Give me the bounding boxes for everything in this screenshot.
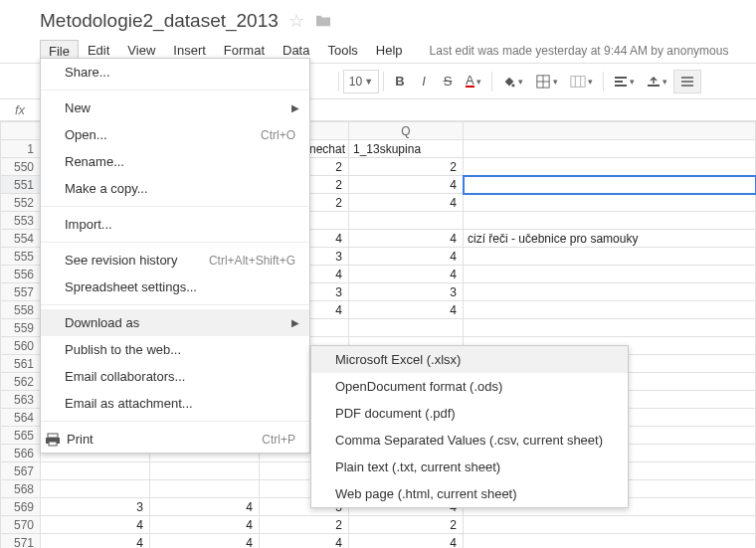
cell[interactable] xyxy=(464,248,756,266)
menuitem-share[interactable]: Share... xyxy=(41,59,309,86)
row-header[interactable]: 1 xyxy=(1,140,41,158)
cell[interactable]: 4 xyxy=(349,301,464,319)
menuitem-download-csv[interactable]: Comma Separated Values (.csv, current sh… xyxy=(311,427,628,454)
document-title[interactable]: Metodologie2_dataset_2013 xyxy=(40,10,279,32)
menu-tools[interactable]: Tools xyxy=(318,39,366,62)
cell[interactable]: 4 xyxy=(349,266,464,283)
row-header[interactable]: 553 xyxy=(1,212,41,230)
menuitem-download-as[interactable]: Download as▶ xyxy=(41,309,309,336)
row-header[interactable]: 566 xyxy=(1,445,41,462)
menuitem-download-txt[interactable]: Plain text (.txt, current sheet) xyxy=(311,454,628,480)
row-header[interactable]: 558 xyxy=(1,301,41,319)
menuitem-download-html[interactable]: Web page (.html, current sheet) xyxy=(311,480,628,507)
cell[interactable]: 4 xyxy=(150,498,260,516)
cell[interactable]: 3 xyxy=(349,283,464,301)
menuitem-spreadsheet-settings[interactable]: Spreadsheet settings... xyxy=(41,274,309,300)
cell[interactable] xyxy=(464,194,756,212)
row-header[interactable]: 554 xyxy=(1,230,41,248)
cell[interactable] xyxy=(349,319,464,337)
star-icon[interactable]: ☆ xyxy=(288,10,304,32)
menuitem-publish-web[interactable]: Publish to the web... xyxy=(41,336,309,363)
cell[interactable] xyxy=(41,462,150,480)
strikethrough-button[interactable]: S xyxy=(436,70,460,93)
cell[interactable] xyxy=(464,301,756,319)
cell[interactable] xyxy=(464,176,756,194)
cell[interactable]: 4 xyxy=(349,230,464,248)
menuitem-email-collaborators[interactable]: Email collaborators... xyxy=(41,363,309,390)
cell[interactable]: 4 xyxy=(349,194,464,212)
cell[interactable]: 4 xyxy=(349,248,464,266)
cell[interactable]: 4 xyxy=(41,534,150,549)
menuitem-download-xlsx[interactable]: Microsoft Excel (.xlsx) xyxy=(311,346,628,373)
menuitem-revision-history[interactable]: See revision historyCtrl+Alt+Shift+G xyxy=(41,247,309,274)
menuitem-open[interactable]: Open...Ctrl+O xyxy=(41,121,309,148)
row-header[interactable]: 562 xyxy=(1,373,41,391)
menuitem-new[interactable]: New▶ xyxy=(41,94,309,121)
cell[interactable]: 4 xyxy=(349,176,464,194)
cell[interactable] xyxy=(150,462,260,480)
cell[interactable]: 4 xyxy=(150,534,260,549)
cell[interactable]: 2 xyxy=(260,516,349,534)
cell[interactable]: 4 xyxy=(41,516,150,534)
menuitem-email-attachment[interactable]: Email as attachment... xyxy=(41,390,309,417)
row-header[interactable]: 561 xyxy=(1,355,41,373)
row-header[interactable]: 551 xyxy=(1,176,41,194)
row-header[interactable]: 569 xyxy=(1,498,41,516)
fill-color-button[interactable]: ▾ xyxy=(496,70,529,93)
cell[interactable]: 2 xyxy=(349,516,464,534)
row-header[interactable]: 571 xyxy=(1,534,41,549)
menuitem-download-pdf[interactable]: PDF document (.pdf) xyxy=(311,400,628,427)
cell[interactable] xyxy=(464,140,756,158)
cell[interactable] xyxy=(349,212,464,230)
menuitem-download-ods[interactable]: OpenDocument format (.ods) xyxy=(311,373,628,400)
row-header[interactable]: 559 xyxy=(1,319,41,337)
text-color-button[interactable]: A▾ xyxy=(460,70,487,93)
cell[interactable] xyxy=(41,480,150,498)
menuitem-rename[interactable]: Rename... xyxy=(41,148,309,175)
row-header[interactable]: 556 xyxy=(1,266,41,283)
cell[interactable]: 1_13skupina xyxy=(349,140,464,158)
cell[interactable] xyxy=(464,516,756,534)
row-header[interactable]: 550 xyxy=(1,158,41,176)
bold-button[interactable]: B xyxy=(388,70,412,93)
cell[interactable]: cizí řeči - učebnice pro samouky xyxy=(464,230,756,248)
menu-help[interactable]: Help xyxy=(367,39,412,62)
vertical-align-button[interactable]: ▾ xyxy=(641,70,673,93)
cell[interactable] xyxy=(464,212,756,230)
column-header[interactable] xyxy=(464,122,756,140)
row-header[interactable]: 555 xyxy=(1,248,41,266)
menuitem-import[interactable]: Import... xyxy=(41,211,309,238)
cell[interactable]: 3 xyxy=(41,498,150,516)
column-header-q[interactable]: Q xyxy=(349,122,464,140)
row-header[interactable]: 564 xyxy=(1,409,41,427)
borders-button[interactable]: ▾ xyxy=(529,70,564,93)
menuitem-make-copy[interactable]: Make a copy... xyxy=(41,175,309,202)
menu-separator xyxy=(41,304,309,305)
row-header[interactable]: 567 xyxy=(1,462,41,480)
row-header[interactable]: 560 xyxy=(1,337,41,355)
cell[interactable] xyxy=(464,534,756,549)
cell[interactable] xyxy=(464,266,756,283)
row-header[interactable]: 557 xyxy=(1,283,41,301)
row-header[interactable]: 570 xyxy=(1,516,41,534)
select-all-corner[interactable] xyxy=(1,122,41,140)
row-header[interactable]: 552 xyxy=(1,194,41,212)
cell[interactable] xyxy=(464,319,756,337)
cell[interactable] xyxy=(464,283,756,301)
cell[interactable]: 4 xyxy=(150,516,260,534)
horizontal-align-button[interactable]: ▾ xyxy=(608,70,641,93)
cell[interactable]: 4 xyxy=(260,534,349,549)
row-header[interactable]: 568 xyxy=(1,480,41,498)
merge-cells-button[interactable]: ▾ xyxy=(564,70,599,93)
cell[interactable] xyxy=(150,480,260,498)
text-wrap-button[interactable] xyxy=(673,70,701,93)
cell[interactable]: 4 xyxy=(349,534,464,549)
font-size-selector[interactable]: 10▼ xyxy=(343,70,379,93)
cell[interactable] xyxy=(464,158,756,176)
cell[interactable]: 2 xyxy=(349,158,464,176)
row-header[interactable]: 563 xyxy=(1,391,41,409)
menuitem-print[interactable]: Print Ctrl+P xyxy=(41,426,309,453)
italic-button[interactable]: I xyxy=(412,70,436,93)
row-header[interactable]: 565 xyxy=(1,427,41,445)
folder-icon[interactable] xyxy=(314,14,332,28)
